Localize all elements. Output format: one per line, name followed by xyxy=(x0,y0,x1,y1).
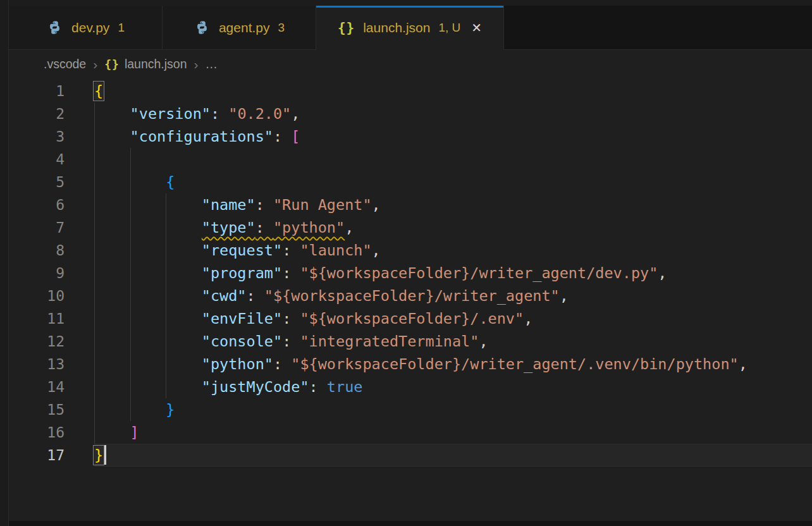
code-token: : xyxy=(211,105,228,123)
code-token: "${workspaceFolder}/writer_agent/.venv/b… xyxy=(291,355,738,373)
code-line[interactable]: 7 "type": "python", xyxy=(9,216,812,239)
code-line-content: "python": "${workspaceFolder}/writer_age… xyxy=(94,353,812,376)
tab-label: agent.py xyxy=(219,20,270,35)
code-token xyxy=(94,355,202,373)
line-number: 7 xyxy=(9,216,65,239)
code-token: } xyxy=(166,401,175,419)
code-token xyxy=(94,424,130,441)
line-number: 6 xyxy=(9,193,65,216)
code-line-content: "envFile": "${workspaceFolder}/.env", xyxy=(94,307,812,330)
code-token: "version" xyxy=(130,105,211,123)
code-token: "configurations" xyxy=(130,128,273,145)
tab-dev.py[interactable]: dev.py1 xyxy=(9,6,163,50)
code-line[interactable]: 1{ xyxy=(9,80,812,102)
code-token: "name" xyxy=(202,196,255,214)
code-token xyxy=(94,333,202,350)
code-line[interactable]: 4 xyxy=(9,148,812,171)
code-token: , xyxy=(658,264,667,282)
breadcrumb-label: .vscode xyxy=(44,57,86,71)
line-number: 13 xyxy=(9,353,65,376)
code-token xyxy=(94,264,202,282)
code-line[interactable]: 17} xyxy=(9,444,812,467)
code-token: , xyxy=(524,310,532,327)
close-icon[interactable]: ✕ xyxy=(471,20,482,35)
line-number: 17 xyxy=(9,444,65,467)
tab-launch.json[interactable]: {}launch.json1, U✕ xyxy=(316,6,504,50)
code-line[interactable]: 12 "console": "integratedTerminal", xyxy=(9,330,812,353)
breadcrumb: .vscode›{}launch.json›… xyxy=(9,50,812,78)
text-cursor xyxy=(104,445,106,465)
chevron-right-icon: › xyxy=(194,57,199,72)
code-token xyxy=(94,401,166,419)
code-token: , xyxy=(560,287,569,305)
breadcrumb-item[interactable]: {}launch.json xyxy=(104,57,187,71)
code-line-content: ] xyxy=(94,421,812,444)
code-line[interactable]: 13 "python": "${workspaceFolder}/writer_… xyxy=(9,353,812,376)
code-token: : xyxy=(273,355,291,373)
code-line-content: "request": "launch", xyxy=(94,239,812,262)
code-line[interactable]: 9 "program": "${workspaceFolder}/writer_… xyxy=(9,262,812,284)
code-token: "Run Agent" xyxy=(273,196,372,214)
code-token: , xyxy=(739,355,747,373)
line-number: 16 xyxy=(9,421,65,444)
code-line[interactable]: 8 "request": "launch", xyxy=(9,239,812,262)
line-number: 2 xyxy=(9,102,65,125)
code-token: [ xyxy=(291,128,300,145)
code-token xyxy=(94,196,202,214)
code-token: "console" xyxy=(202,333,282,350)
code-token: "${workspaceFolder}/.env" xyxy=(300,310,524,327)
code-line[interactable]: 14 "justMyCode": true xyxy=(9,376,812,398)
code-line-content: } xyxy=(94,444,812,467)
breadcrumb-item[interactable]: … xyxy=(206,57,218,71)
code-line[interactable]: 2 "version": "0.2.0", xyxy=(9,102,812,125)
chevron-right-icon: › xyxy=(93,57,97,72)
code-line-content xyxy=(94,148,812,171)
tab-label: dev.py xyxy=(71,20,109,35)
code-token: "python" xyxy=(202,355,273,373)
code-line[interactable]: 11 "envFile": "${workspaceFolder}/.env", xyxy=(9,307,812,330)
code-line[interactable]: 6 "name": "Run Agent", xyxy=(9,193,812,216)
line-number: 8 xyxy=(9,239,65,262)
code-line-content: { xyxy=(94,80,812,102)
indent-guide xyxy=(130,148,131,171)
code-token xyxy=(94,219,202,236)
code-token: "cwd" xyxy=(202,287,247,305)
tab-agent.py[interactable]: agent.py3 xyxy=(163,6,316,50)
problems-badge: 3 xyxy=(278,21,285,35)
line-number: 14 xyxy=(9,376,65,398)
code-token: true xyxy=(327,378,363,396)
code-token xyxy=(94,128,130,145)
code-token xyxy=(94,173,166,191)
code-line-content: "type": "python", xyxy=(94,216,812,239)
line-number: 3 xyxy=(9,125,65,148)
code-editor[interactable]: 1{2 "version": "0.2.0",3 "configurations… xyxy=(9,78,812,467)
json-icon: {} xyxy=(338,20,355,35)
code-token: : xyxy=(282,333,300,350)
line-number: 4 xyxy=(9,148,65,171)
code-token: : xyxy=(282,310,300,327)
code-token: , xyxy=(372,242,381,259)
bracket-match: { xyxy=(94,82,103,100)
code-line[interactable]: 16 ] xyxy=(9,421,812,444)
tab-bar: dev.py1 agent.py3{}launch.json1, U✕ xyxy=(9,0,812,50)
tabs-row: dev.py1 agent.py3{}launch.json1, U✕ xyxy=(9,6,812,50)
code-line-content: } xyxy=(94,398,812,421)
code-line[interactable]: 3 "configurations": [ xyxy=(9,125,812,148)
code-line[interactable]: 5 { xyxy=(9,171,812,193)
line-number: 1 xyxy=(9,80,65,102)
breadcrumb-item[interactable]: .vscode xyxy=(44,57,86,71)
code-token: : xyxy=(282,264,300,282)
line-number: 12 xyxy=(9,330,65,353)
code-token: : xyxy=(309,378,327,396)
code-line[interactable]: 15 } xyxy=(9,398,812,421)
code-token: : xyxy=(273,128,291,145)
code-token: , xyxy=(479,333,488,350)
code-token xyxy=(94,287,202,305)
code-token: , xyxy=(372,196,381,214)
breadcrumb-label: launch.json xyxy=(125,57,187,71)
code-line[interactable]: 10 "cwd": "${workspaceFolder}/writer_age… xyxy=(9,284,812,307)
code-token: , xyxy=(291,105,300,123)
code-token: "launch" xyxy=(300,242,371,259)
editor-group: dev.py1 agent.py3{}launch.json1, U✕ .vsc… xyxy=(9,0,812,526)
code-line-content: "version": "0.2.0", xyxy=(94,102,812,125)
